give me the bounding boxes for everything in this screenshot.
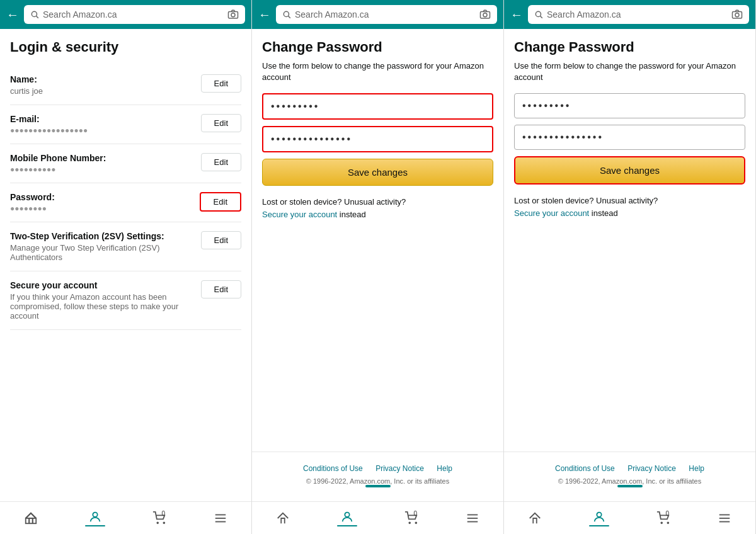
account-icon-3 <box>592 510 606 524</box>
menu-icon-3 <box>718 511 731 525</box>
back-button-1[interactable]: ← <box>6 8 19 21</box>
password-label: Password: <box>10 192 192 202</box>
login-security-content: Login & security Name: curtis joe Edit E… <box>0 29 251 501</box>
nav-home-1[interactable] <box>24 511 38 525</box>
privacy-link-2[interactable]: Privacy Notice <box>375 464 424 473</box>
change-password-content-2: Change Password Use the form below to ch… <box>252 29 503 452</box>
nav-home-2[interactable] <box>276 511 290 525</box>
svg-line-1 <box>37 16 38 18</box>
back-button-3[interactable]: ← <box>510 8 523 21</box>
svg-point-11 <box>284 11 289 16</box>
home-icon-1 <box>24 511 38 525</box>
secure-edit-button[interactable]: Edit <box>201 280 241 298</box>
footer-links-row-3: Conditions of Use Privacy Notice Help <box>514 462 745 474</box>
lost-device-label-2: Lost or stolen device? Unusual activity? <box>262 197 406 207</box>
phone-edit-button[interactable]: Edit <box>201 153 241 171</box>
nav-cart-2[interactable]: 0 <box>404 511 418 525</box>
nav-home-3[interactable] <box>528 511 542 525</box>
home-icon-3 <box>528 511 542 525</box>
svg-point-6 <box>157 522 158 523</box>
camera-icon-1[interactable] <box>227 9 239 20</box>
svg-line-12 <box>289 16 290 18</box>
page-title-1: Login & security <box>10 39 241 55</box>
search-box-1[interactable]: Search Amazon.ca <box>24 5 245 24</box>
camera-icon-3[interactable] <box>731 9 743 20</box>
lost-device-text-3: Lost or stolen device? Unusual activity?… <box>514 195 745 219</box>
nav-menu-1[interactable] <box>214 511 227 525</box>
password-value: ●●●●●●●● <box>10 204 192 213</box>
nav-menu-3[interactable] <box>718 511 731 525</box>
account-icon-2 <box>340 510 354 524</box>
cp-title-2: Change Password <box>262 39 493 55</box>
back-button-2[interactable]: ← <box>258 8 271 21</box>
cp-subtitle-3: Use the form below to change the passwor… <box>514 60 745 83</box>
svg-point-17 <box>416 522 417 523</box>
copyright-2: © 1996-2022, Amazon.com, Inc. or its aff… <box>262 477 493 485</box>
secure-account-link-2[interactable]: Secure your account <box>262 210 337 219</box>
secure-account-link-3[interactable]: Secure your account <box>514 208 589 218</box>
menu-icon-2 <box>466 511 479 525</box>
help-link-3[interactable]: Help <box>689 464 704 473</box>
save-changes-button-3[interactable]: Save changes <box>514 156 745 185</box>
conditions-link-3[interactable]: Conditions of Use <box>555 464 615 473</box>
nav-menu-2[interactable] <box>466 511 479 525</box>
name-edit-button[interactable]: Edit <box>201 74 241 93</box>
email-label: E-mail: <box>10 114 193 124</box>
bottom-nav-3: 0 <box>504 501 755 534</box>
cart-badge-3: 0 <box>666 510 670 517</box>
search-icon-1 <box>30 10 39 19</box>
security-item-email: E-mail: ●●●●●●●●●●●●●●●●● Edit <box>10 105 241 144</box>
svg-point-7 <box>164 522 165 523</box>
nav-account-underline-3 <box>589 525 609 526</box>
current-password-input-2[interactable] <box>262 93 493 120</box>
new-password-input-2[interactable] <box>262 126 493 152</box>
address-bar-3: ← Search Amazon.ca <box>504 0 755 29</box>
email-edit-button[interactable]: Edit <box>201 114 241 132</box>
search-placeholder-1: Search Amazon.ca <box>43 9 224 20</box>
conditions-link-2[interactable]: Conditions of Use <box>303 464 363 473</box>
account-icon-1 <box>88 510 102 524</box>
privacy-link-3[interactable]: Privacy Notice <box>627 464 676 473</box>
lost-device-label-3: Lost or stolen device? Unusual activity? <box>514 196 658 205</box>
save-changes-button-2[interactable]: Save changes <box>262 159 493 186</box>
camera-icon-2[interactable] <box>479 9 491 20</box>
footer-links-row-2: Conditions of Use Privacy Notice Help <box>262 462 493 474</box>
2sv-edit-button[interactable]: Edit <box>201 231 241 249</box>
svg-point-24 <box>735 13 739 17</box>
panel-change-password-3: ← Search Amazon.ca Change Password Use t… <box>504 0 756 534</box>
svg-point-5 <box>93 512 97 516</box>
nav-cart-1[interactable]: 0 <box>152 511 166 525</box>
search-box-2[interactable]: Search Amazon.ca <box>276 5 497 24</box>
svg-point-26 <box>661 522 662 523</box>
instead-text-2: instead <box>340 210 366 219</box>
lost-device-text-2: Lost or stolen device? Unusual activity?… <box>262 196 493 220</box>
new-password-input-3[interactable] <box>514 125 745 150</box>
svg-point-3 <box>231 13 235 17</box>
nav-account-3[interactable] <box>589 510 609 526</box>
help-link-2[interactable]: Help <box>437 464 452 473</box>
name-label: Name: <box>10 74 193 84</box>
security-item-phone: Mobile Phone Number: ●●●●●●●●●● Edit <box>10 144 241 183</box>
menu-icon-1 <box>214 511 227 525</box>
address-bar-2: ← Search Amazon.ca <box>252 0 503 29</box>
svg-line-22 <box>541 16 542 18</box>
scroll-indicator-3 <box>617 485 643 487</box>
password-edit-button[interactable]: Edit <box>200 192 241 212</box>
svg-point-0 <box>32 11 37 16</box>
cp-subtitle-2: Use the form below to change the passwor… <box>262 60 493 83</box>
nav-account-2[interactable] <box>337 510 357 526</box>
nav-cart-3[interactable]: 0 <box>656 511 670 525</box>
svg-point-21 <box>536 11 541 16</box>
panel-change-password-2: ← Search Amazon.ca Change Password Use t… <box>252 0 504 534</box>
current-password-input-3[interactable] <box>514 93 745 118</box>
nav-account-underline-1 <box>85 525 105 526</box>
search-box-3[interactable]: Search Amazon.ca <box>528 5 749 24</box>
secure-label: Secure your account <box>10 280 193 290</box>
nav-account-1[interactable] <box>85 510 105 526</box>
cp-title-3: Change Password <box>514 39 745 55</box>
scroll-indicator-2 <box>365 485 391 487</box>
name-value: curtis joe <box>10 86 193 96</box>
search-icon-3 <box>534 10 543 19</box>
svg-point-27 <box>668 522 669 523</box>
panel-login-security: ← Search Amazon.ca Login & security Name… <box>0 0 252 534</box>
